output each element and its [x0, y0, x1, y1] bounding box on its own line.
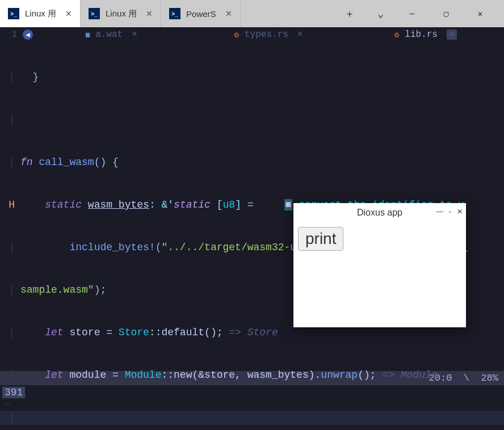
close-file-icon[interactable]: × — [447, 29, 457, 40]
terminal-titlebar: >_ Linux 用 ✕ >_ Linux 用 ✕ >_ PowerS ✕ ＋ … — [0, 0, 504, 27]
editor-tab-lib[interactable]: ⚙ lib.rs × — [347, 29, 504, 40]
titlebar-right: ＋ ⌄ — ▢ ✕ — [241, 0, 504, 27]
tab-label: PowerS — [186, 9, 216, 19]
powershell-icon: >_ — [8, 8, 19, 19]
file-icon: ▦ — [86, 31, 90, 39]
close-file-icon[interactable]: × — [297, 29, 303, 40]
popup-body: print — [293, 222, 466, 255]
file-label: a.wat — [95, 29, 123, 40]
popup-close-icon[interactable]: ✕ — [457, 208, 463, 216]
terminal-tab-2[interactable]: >_ PowerS ✕ — [161, 0, 241, 27]
popup-minimize-icon[interactable]: — — [436, 208, 443, 216]
tab-label: Linux 用 — [106, 9, 137, 19]
terminal-tab-1[interactable]: >_ Linux 用 ✕ — [81, 0, 161, 27]
tab-close-icon[interactable]: ✕ — [146, 9, 153, 18]
tab-label: Linux 用 — [25, 9, 56, 19]
tab-close-icon[interactable]: ✕ — [65, 9, 72, 18]
file-label: lib.rs — [405, 29, 438, 40]
dioxus-window: Dioxus app — ▫ ✕ print — [293, 203, 466, 327]
editor-tab-awat[interactable]: ▦ a.wat × — [33, 29, 190, 40]
close-window-button[interactable]: ✕ — [470, 9, 490, 19]
popup-titlebar[interactable]: Dioxus app — ▫ ✕ — [293, 203, 466, 222]
minimize-button[interactable]: — — [402, 9, 422, 18]
buffer-number: 1 — [0, 29, 20, 40]
file-label: types.rs — [245, 29, 288, 40]
powershell-icon: >_ — [89, 8, 100, 19]
new-tab-button[interactable]: ＋ — [340, 7, 359, 20]
rust-icon: ⚙ — [394, 30, 399, 40]
dropdown-button[interactable]: ⌄ — [373, 7, 388, 20]
popup-maximize-icon[interactable]: ▫ — [449, 208, 451, 216]
maximize-button[interactable]: ▢ — [436, 9, 456, 19]
terminal-tab-0[interactable]: >_ Linux 用 ✕ — [0, 0, 81, 27]
editor-tab-row: 1 ◀ ▦ a.wat × ⚙ types.rs × ⚙ lib.rs × — [0, 27, 504, 42]
rust-icon: ⚙ — [234, 30, 239, 40]
editor-tab-types[interactable]: ⚙ types.rs × — [190, 29, 347, 40]
close-file-icon[interactable]: × — [132, 29, 137, 40]
popup-title: Dioxus app — [357, 208, 402, 218]
powershell-icon: >_ — [169, 8, 180, 19]
back-icon[interactable]: ◀ — [23, 29, 33, 40]
print-button[interactable]: print — [298, 227, 343, 251]
tab-close-icon[interactable]: ✕ — [225, 9, 232, 18]
